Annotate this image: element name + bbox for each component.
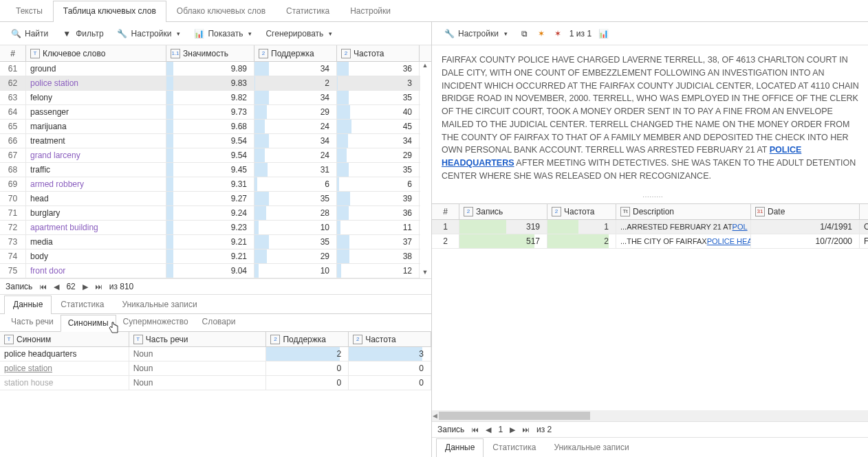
row-number: 2 <box>432 234 459 248</box>
detail-row[interactable]: 13191...ARRESTED FEBRUARY 21 AT POL1/4/1… <box>432 220 868 234</box>
row-number: 64 <box>0 105 26 119</box>
scroll-thumb[interactable] <box>439 412 590 420</box>
dcol-description[interactable]: TtDescription <box>616 204 751 219</box>
rsubtab-stats[interactable]: Статистика <box>484 438 545 457</box>
col-header-support[interactable]: 2Поддержка <box>254 45 337 61</box>
table-row[interactable]: 62police station9.8323 <box>0 76 420 91</box>
frequency-cell: 39 <box>337 192 420 205</box>
binoculars-icon: 🔍 <box>11 29 21 38</box>
table-row[interactable]: 69armed robbery9.3166 <box>0 177 420 192</box>
synonym-row[interactable]: police headquartersNoun23 <box>0 347 431 361</box>
int-icon: 2 <box>341 49 351 58</box>
chart-icon[interactable]: 📊 <box>598 29 608 38</box>
col-header-frequency[interactable]: 2Частота <box>337 45 420 61</box>
support-cell: 2 <box>254 76 337 90</box>
prev-record-button[interactable]: ◀ <box>486 425 491 434</box>
significance-cell: 9.83 <box>166 76 254 90</box>
right-settings-button[interactable]: 🔧Настройки▾ <box>439 26 513 41</box>
grid-body[interactable]: 61ground9.89343662police station9.832363… <box>0 62 420 278</box>
last-record-button[interactable]: ⏭ <box>95 282 102 291</box>
tab-keyword-cloud[interactable]: Облако ключевых слов <box>166 1 276 22</box>
tab-statistics[interactable]: Статистика <box>276 1 340 22</box>
table-row[interactable]: 66treatment9.543434 <box>0 134 420 148</box>
int-icon: 2 <box>353 335 362 344</box>
left-pager: Запись ⏮ ◀ 62 ▶ ⏭ из 810 <box>0 278 431 295</box>
col-header-number[interactable]: # <box>0 45 26 61</box>
table-row[interactable]: 67grand larceny9.542429 <box>0 148 420 163</box>
innertab-pos[interactable]: Часть речи <box>4 314 61 331</box>
scroll-left-icon[interactable]: ◀ <box>432 412 437 419</box>
next-record-button[interactable]: ▶ <box>83 282 88 291</box>
table-row[interactable]: 71burglary9.242836 <box>0 206 420 221</box>
keyword-cell: felony <box>26 91 166 104</box>
col-pos[interactable]: TЧасть речи <box>129 332 267 346</box>
settings-button[interactable]: 🔧Настройки▾ <box>112 26 186 41</box>
innertab-superset[interactable]: Супермножество <box>116 314 195 331</box>
dcol-frequency[interactable]: 2Частота <box>547 204 616 219</box>
col-header-keyword[interactable]: TКлючевое слово <box>26 45 166 61</box>
record-counter: 1 из 1 <box>569 29 592 38</box>
subtab-unique[interactable]: Уникальные записи <box>113 296 206 314</box>
col-header-significance[interactable]: 1.1Значимость <box>166 45 254 61</box>
frequency-cell: 12 <box>337 264 420 278</box>
last-record-button[interactable]: ⏭ <box>522 425 530 434</box>
keyword-cell: burglary <box>26 206 166 220</box>
wrench-icon: 🔧 <box>118 29 127 38</box>
horizontal-scrollbar[interactable]: ◀ ▶ <box>432 410 868 421</box>
dcol-record[interactable]: 2Запись <box>459 204 547 219</box>
table-row[interactable]: 73media9.213537 <box>0 235 420 249</box>
window-icon[interactable]: ⧉ <box>520 29 530 38</box>
tab-settings[interactable]: Настройки <box>340 1 401 22</box>
prev-record-button[interactable]: ◀ <box>54 282 59 291</box>
table-row[interactable]: 70head9.273539 <box>0 192 420 206</box>
rsubtab-data[interactable]: Данные <box>436 438 484 457</box>
chart-icon: 📊 <box>194 29 204 38</box>
splitter[interactable]: ⋯⋯⋯ <box>432 191 868 203</box>
show-button[interactable]: 📊Показать▾ <box>188 26 257 41</box>
dcol-number[interactable]: # <box>432 204 459 219</box>
innertab-synonyms[interactable]: Синонимы <box>61 315 116 332</box>
scroll-down-icon[interactable]: ▼ <box>420 269 430 278</box>
innertab-dicts[interactable]: Словари <box>195 314 243 331</box>
col-support[interactable]: 2Поддержка <box>266 332 349 346</box>
col-synonym[interactable]: TСиноним <box>0 332 129 346</box>
first-record-button[interactable]: ⏮ <box>39 282 47 291</box>
table-row[interactable]: 61ground9.893436 <box>0 62 420 76</box>
synonym-row[interactable]: police stationNoun00 <box>0 361 431 376</box>
table-row[interactable]: 65marijuana9.682445 <box>0 120 420 134</box>
pos-cell: Noun <box>129 361 267 375</box>
rsubtab-unique[interactable]: Уникальные записи <box>545 438 638 457</box>
star-left-icon[interactable]: ✶ <box>553 29 563 38</box>
dcol-extra[interactable] <box>860 204 868 219</box>
significance-cell: 9.04 <box>166 264 254 278</box>
table-row[interactable]: 63felony9.823435 <box>0 91 420 105</box>
keyword-cell: apartment building <box>26 221 166 234</box>
tab-texts[interactable]: Тексты <box>6 1 53 22</box>
vertical-scroll[interactable]: ▲ ▼ <box>420 62 431 278</box>
dcol-date[interactable]: 31Date <box>751 204 860 219</box>
star-icon[interactable]: ✶ <box>536 29 546 38</box>
significance-cell: 9.54 <box>166 134 254 148</box>
table-row[interactable]: 64passenger9.732940 <box>0 105 420 120</box>
subtab-data[interactable]: Данные <box>4 296 52 314</box>
subtab-stats[interactable]: Статистика <box>52 296 113 314</box>
support-cell: 0 <box>266 361 349 375</box>
scroll-up-icon[interactable]: ▲ <box>420 62 430 71</box>
first-record-button[interactable]: ⏮ <box>471 425 479 434</box>
table-row[interactable]: 75front door9.041012 <box>0 264 420 278</box>
table-row[interactable]: 74body9.212938 <box>0 249 420 264</box>
find-button[interactable]: 🔍Найти <box>6 26 54 41</box>
support-cell: 10 <box>254 221 337 234</box>
filter-button[interactable]: ▼Фильтр <box>56 26 109 41</box>
next-record-button[interactable]: ▶ <box>510 425 515 434</box>
col-frequency[interactable]: 2Частота <box>349 332 431 346</box>
table-row[interactable]: 68traffic9.453135 <box>0 163 420 177</box>
support-cell: 34 <box>254 62 337 76</box>
generate-button[interactable]: Сгенерировать▾ <box>260 26 338 41</box>
synonym-row[interactable]: station houseNoun00 <box>0 376 431 390</box>
row-number: 74 <box>0 249 26 263</box>
tab-keyword-table[interactable]: Таблица ключевых слов <box>53 1 166 22</box>
keyword-cell: grand larceny <box>26 148 166 162</box>
detail-row[interactable]: 25172...THE CITY OF FAIRFAX POLICE HEA10… <box>432 234 868 249</box>
table-row[interactable]: 72apartment building9.231011 <box>0 221 420 235</box>
